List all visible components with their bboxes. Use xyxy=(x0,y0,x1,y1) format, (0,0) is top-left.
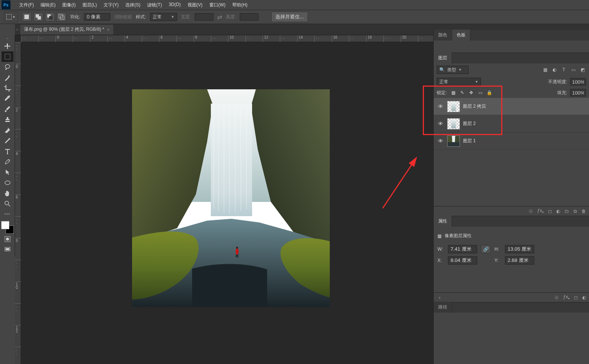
shape-tool[interactable] xyxy=(2,177,14,188)
trash-icon[interactable]: 🗑 xyxy=(581,209,586,214)
width-input[interactable] xyxy=(448,245,477,253)
eyedropper-tool[interactable] xyxy=(2,93,14,104)
lock-position-icon[interactable]: ✥ xyxy=(468,89,475,96)
magic-wand-tool[interactable] xyxy=(2,72,14,83)
menu-image[interactable]: 图像(I) xyxy=(59,0,79,10)
link-wh-icon[interactable]: 🔗 xyxy=(481,245,491,253)
toolbox-grip-icon[interactable]: ›› xyxy=(6,37,8,40)
eraser-tool[interactable] xyxy=(2,125,14,135)
more-tools[interactable]: ••• xyxy=(2,209,14,220)
lock-transparent-icon[interactable]: ▦ xyxy=(450,89,457,96)
properties-type-row: ▦ 像素图层属性 xyxy=(437,230,585,244)
tab-paths[interactable]: 路径 xyxy=(434,302,452,313)
ruler-vertical[interactable]: . .0. .2. .4. .6. .8. .10. .12. .14. .16… xyxy=(15,42,21,364)
fill-input[interactable] xyxy=(570,89,586,96)
menu-edit[interactable]: 编辑(E) xyxy=(37,0,59,10)
visibility-icon[interactable]: 👁 xyxy=(434,103,447,110)
layer-name[interactable]: 图层 2 xyxy=(463,120,476,127)
filter-pixel-icon[interactable]: ▦ xyxy=(542,66,548,73)
document-canvas[interactable] xyxy=(132,89,330,307)
blend-mode-select[interactable]: 正常▼ xyxy=(437,78,481,86)
adjustment-layer-icon[interactable]: ◐ xyxy=(556,209,560,214)
marquee-tool[interactable] xyxy=(2,51,14,62)
hand-tool[interactable] xyxy=(2,188,14,199)
menu-select[interactable]: 选择(S) xyxy=(122,0,144,10)
layer-thumbnail[interactable] xyxy=(447,101,460,112)
document-tab[interactable]: 瀑布.png @ 90% (图层 2 拷贝, RGB/8) * × xyxy=(20,25,113,35)
gradient-tool[interactable] xyxy=(2,135,14,146)
lock-all-icon[interactable]: 🔒 xyxy=(486,89,493,96)
feather-input[interactable] xyxy=(84,13,110,21)
menu-type[interactable]: 文字(Y) xyxy=(100,0,122,10)
style-select[interactable]: 正常▼ xyxy=(150,13,177,21)
layer-row[interactable]: 👁 图层 1 xyxy=(434,132,589,150)
opacity-input[interactable] xyxy=(570,78,586,86)
tab-color[interactable]: 颜色 xyxy=(434,30,452,41)
layer-thumbnail[interactable] xyxy=(447,135,460,147)
layers-panel-footer: ⦾ ƒx▾ ◻ ◐ 🗀 ⧉ 🗑 xyxy=(434,206,589,216)
layer-mask-icon[interactable]: ◻ xyxy=(548,209,552,214)
layer-fx-icon[interactable]: ƒx▾ xyxy=(537,208,544,214)
y-input[interactable] xyxy=(505,256,534,265)
layer-name[interactable]: 图层 2 拷贝 xyxy=(463,103,486,110)
selection-add-icon[interactable] xyxy=(33,12,43,21)
filter-shape-icon[interactable]: ▭ xyxy=(570,66,577,73)
lock-pixels-icon[interactable]: ✎ xyxy=(459,89,466,96)
menu-window[interactable]: 窗口(W) xyxy=(206,0,229,10)
ruler-horizontal[interactable]: . .. .0. .2. .4. .6. .8. .10. .12. .14. … xyxy=(21,35,433,42)
screenmode-tool[interactable] xyxy=(2,244,14,255)
swap-icon[interactable]: ⇄ xyxy=(217,14,222,21)
foreground-color-swatch[interactable] xyxy=(1,221,9,229)
tab-properties[interactable]: 属性 xyxy=(434,216,452,227)
filter-adjust-icon[interactable]: ◐ xyxy=(551,66,558,73)
height-input[interactable] xyxy=(505,245,534,253)
canvas-pasteboard[interactable] xyxy=(21,42,433,364)
filter-smart-icon[interactable]: ◩ xyxy=(579,66,586,73)
mask-icon[interactable]: ◻ xyxy=(574,295,578,300)
group-icon[interactable]: 🗀 xyxy=(565,209,569,214)
layer-row[interactable]: 👁 图层 2 拷贝 xyxy=(434,98,589,115)
layer-name[interactable]: 图层 1 xyxy=(463,138,476,144)
link-layers-icon[interactable]: ⦾ xyxy=(529,209,533,214)
layer-row[interactable]: 👁 图层 2 xyxy=(434,115,589,132)
menu-view[interactable]: 视图(V) xyxy=(184,0,206,10)
menu-3d[interactable]: 3D(D) xyxy=(165,0,184,10)
prev-icon[interactable]: ‹ xyxy=(439,295,440,300)
menu-file[interactable]: 文件(F) xyxy=(16,0,37,10)
stamp-tool[interactable] xyxy=(2,114,14,125)
x-input[interactable] xyxy=(448,256,477,265)
new-layer-icon[interactable]: ⧉ xyxy=(574,209,577,214)
quickmask-tool[interactable] xyxy=(2,234,14,244)
type-tool[interactable] xyxy=(2,146,14,156)
brush-tool[interactable] xyxy=(2,104,14,114)
pen-tool[interactable] xyxy=(2,156,14,167)
visibility-icon[interactable]: 👁 xyxy=(434,138,447,144)
layers-panel-tabs: 图层 xyxy=(434,53,589,63)
selection-subtract-icon[interactable] xyxy=(45,12,55,21)
selection-new-icon[interactable] xyxy=(22,12,32,21)
menu-layer[interactable]: 图层(L) xyxy=(79,0,101,10)
menu-filter[interactable]: 滤镜(T) xyxy=(144,0,165,10)
adjust-icon[interactable]: ◐ xyxy=(582,295,586,300)
close-icon[interactable]: × xyxy=(107,27,110,32)
move-tool[interactable] xyxy=(2,41,14,51)
color-swatches[interactable] xyxy=(1,221,14,234)
layer-thumbnail[interactable] xyxy=(447,118,460,129)
path-select-tool[interactable] xyxy=(2,167,14,177)
menu-help[interactable]: 帮助(H) xyxy=(229,0,251,10)
tab-grip-icon[interactable]: ›› xyxy=(15,27,20,32)
link-icon[interactable]: ⦾ xyxy=(555,295,559,300)
lock-artboard-icon[interactable]: ▭ xyxy=(477,89,484,96)
fx-icon[interactable]: ƒx▾ xyxy=(563,294,569,300)
visibility-icon[interactable]: 👁 xyxy=(434,120,447,127)
tab-swatches[interactable]: 色板 xyxy=(452,30,470,41)
tab-layers[interactable]: 图层 xyxy=(434,53,452,63)
zoom-tool[interactable] xyxy=(2,199,14,209)
filter-type-icon[interactable]: T xyxy=(560,66,567,73)
layer-filter-select[interactable]: 🔍 类型 ▼ xyxy=(437,66,469,74)
current-tool-indicator[interactable]: ▼ xyxy=(4,12,18,22)
lasso-tool[interactable] xyxy=(2,62,14,72)
select-and-mask-button[interactable]: 选择并遮住... xyxy=(271,12,308,22)
selection-intersect-icon[interactable] xyxy=(57,12,66,21)
crop-tool[interactable] xyxy=(2,83,14,93)
